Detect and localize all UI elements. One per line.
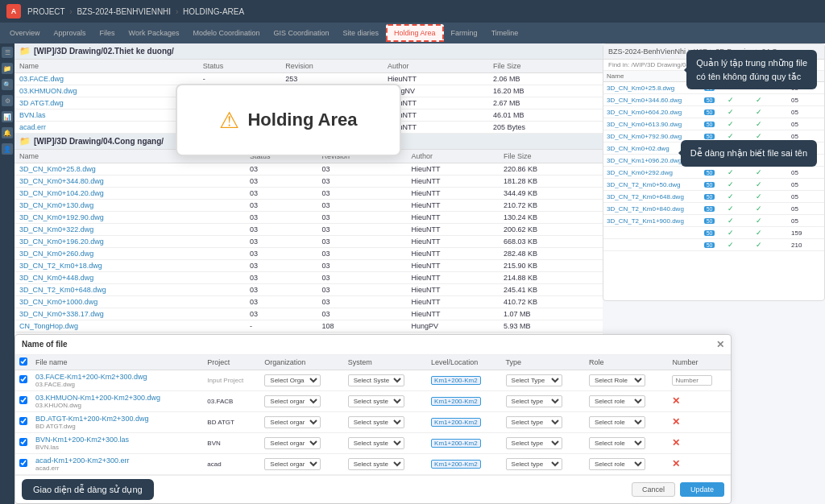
folder2-table: Name Status Revision Author File Size 3D…: [15, 150, 603, 345]
tab-files[interactable]: Files: [93, 24, 122, 42]
file-link[interactable]: 3D ATGT.dwg: [19, 99, 64, 107]
select-all-checkbox[interactable]: [19, 357, 27, 366]
row4-system-select[interactable]: Select syste: [348, 437, 404, 449]
right-table-row[interactable]: 3D_CN_T2_Km0+50.dwg50✓✓05: [603, 179, 824, 191]
row1-role-select[interactable]: Select Role: [589, 374, 645, 386]
right-table-row[interactable]: 50✓✓159: [603, 227, 824, 239]
tab-modelo[interactable]: Modelo Coordination: [186, 24, 266, 42]
col-revision: Revision: [280, 60, 383, 73]
table-row[interactable]: 3D_CN_Km0+322.dwg0303HieuNTT200.62 KB: [15, 224, 603, 236]
table-row[interactable]: 3D_CN_T2_Km0+18.dwg0303HieuNTT215.90 KB: [15, 260, 603, 272]
tab-holding-area[interactable]: Holding Area: [386, 24, 444, 42]
row5-type-select[interactable]: Select type: [506, 458, 562, 470]
file-link[interactable]: acad.err: [19, 123, 46, 131]
table-row[interactable]: 3D_CN_Km0+338.17.dwg0303HieuNTT1.07 MB: [15, 308, 603, 320]
file-link[interactable]: BVN.las: [19, 111, 46, 119]
sidebar-user-icon[interactable]: 👤: [2, 143, 13, 155]
row2-type-select[interactable]: Select type: [506, 395, 562, 407]
row2-filename-wrong[interactable]: 03.KHMUON-Km1+200-Km2+300.dwg: [35, 394, 199, 402]
row3-filename-wrong[interactable]: BD.ATGT-Km1+200-Km2+300.dwg: [35, 415, 199, 423]
table-row[interactable]: 3D_CN_Km0+344.80.dwg0303HieuNTT181.28 KB: [15, 176, 603, 188]
sidebar-folder-icon[interactable]: 📁: [2, 63, 13, 74]
tab-site-diaries[interactable]: Site diaries: [337, 24, 386, 42]
row1-type-select[interactable]: Select Type: [506, 374, 562, 386]
table-row[interactable]: 3D_CN_Km0+104.20.dwg0303HieuNTT344.49 KB: [15, 188, 603, 200]
right-table-row[interactable]: 3D_CN_T2_Km0+840.dwg50✓✓05: [603, 203, 824, 215]
col-organization: Organization: [260, 355, 343, 370]
update-button[interactable]: Update: [680, 482, 724, 497]
row3-org-select[interactable]: Select orgar: [264, 416, 321, 428]
file-link[interactable]: 03.FACE.dwg: [19, 75, 64, 83]
row2-org-select[interactable]: Select orgar: [264, 395, 321, 407]
row1-org-select[interactable]: Select Orga: [264, 374, 321, 386]
row1-filename-wrong[interactable]: 03.FACE-Km1+200-Km2+300.dwg: [35, 373, 199, 381]
row5-system-select[interactable]: Select syste: [348, 458, 404, 470]
dialog-row-1[interactable]: 03.FACE-Km1+200-Km2+300.dwg 03.FACE.dwg …: [15, 370, 731, 390]
row5-filename-wrong[interactable]: acad-Km1+200-Km2+300.err: [35, 456, 199, 465]
right-table-row[interactable]: 3D_CN_T2_Km1+900.dwg50✓✓05: [603, 215, 824, 227]
row3-system-select[interactable]: Select syste: [348, 416, 404, 428]
sidebar-gear-icon[interactable]: ⚙: [2, 95, 13, 106]
table-row[interactable]: 3D_CN_Km0+1000.dwg0303HieuNTT410.72 KB: [15, 296, 603, 308]
sidebar-chart-icon[interactable]: 📊: [2, 111, 13, 122]
row3-role-select[interactable]: Select role: [589, 416, 645, 428]
right-table-row[interactable]: 3D_CN_T2_Km0+648.dwg50✓✓05: [603, 191, 824, 203]
tab-farming[interactable]: Farming: [445, 24, 484, 42]
table-row[interactable]: 3D_CN_Km0+260.dwg0303HieuNTT282.48 KB: [15, 248, 603, 260]
tab-approvals[interactable]: Approvals: [48, 24, 93, 42]
row5-role-select[interactable]: Select role: [589, 458, 645, 470]
name-of-file-dialog: Name of file ✕ File name Project Organiz…: [15, 334, 732, 505]
col-project: Project: [203, 355, 260, 370]
right-table-row[interactable]: 50✓✓210: [603, 239, 824, 251]
table-row[interactable]: 3D_CN_Km0+196.20.dwg0303HieuNTT668.03 KB: [15, 236, 603, 248]
table-row[interactable]: 3D_CN_T2_Km0+648.dwg0303HieuNTT245.41 KB: [15, 284, 603, 296]
file-link[interactable]: 03.KHMUON.dwg: [19, 87, 77, 95]
right-table-row[interactable]: 3D_CN_Km0+292.dwg50✓✓05: [603, 167, 824, 179]
sidebar-search-icon[interactable]: 🔍: [2, 79, 13, 90]
row2-checkbox[interactable]: [19, 396, 27, 404]
table-row[interactable]: 3D_CN_Km0+448.dwg0303HieuNTT214.88 KB: [15, 272, 603, 284]
sidebar-bell-icon[interactable]: 🔔: [2, 127, 13, 138]
col-number: Number: [668, 355, 731, 370]
cancel-button[interactable]: Cancel: [632, 482, 675, 497]
tab-gis[interactable]: GIS Coordination: [267, 24, 335, 42]
dialog-close-button[interactable]: ✕: [716, 339, 724, 350]
row2-system-select[interactable]: Select syste: [348, 395, 404, 407]
table-row[interactable]: 3D_CN_Km0+130.dwg0303HieuNTT210.72 KB: [15, 200, 603, 212]
table-row[interactable]: 3D_CN_Km0+25.8.dwg0303HieuNTT220.86 KB: [15, 163, 603, 176]
dialog-row-2[interactable]: 03.KHMUON-Km1+200-Km2+300.dwg 03.KHUON.d…: [15, 390, 731, 411]
tab-work-packages[interactable]: Work Packages: [122, 24, 186, 42]
row5-org-select[interactable]: Select orgar: [264, 458, 321, 470]
row5-checkbox[interactable]: [19, 459, 27, 467]
col-name: Name: [15, 60, 198, 73]
row3-checkbox[interactable]: [19, 417, 27, 425]
right-table-row[interactable]: 3D_CN_Km0+344.60.dwg50✓✓05: [603, 94, 824, 106]
col-type: Type: [502, 355, 585, 370]
row1-number-input[interactable]: [672, 375, 712, 386]
row4-org-select[interactable]: Select orgar: [264, 437, 321, 449]
folder-icon-2: 📁: [19, 136, 31, 147]
row1-checkbox[interactable]: [19, 375, 27, 383]
dialog-header: Name of file ✕: [15, 335, 731, 355]
row4-filename-wrong[interactable]: BVN-Km1+200-Km2+300.las: [35, 436, 199, 444]
row4-error-icon: ✕: [672, 437, 680, 448]
second-nav: Overview Approvals Files Work Packages M…: [0, 23, 825, 43]
dialog-row-5[interactable]: acad-Km1+200-Km2+300.err acad.err acad S…: [15, 453, 731, 474]
row1-system-select[interactable]: Select Syste: [348, 374, 404, 386]
folder-row-1[interactable]: 📁 [WIP]/3D Drawing/02.Thiet ke duong/: [15, 43, 603, 60]
row2-role-select[interactable]: Select role: [589, 395, 645, 407]
table-row[interactable]: 3D_CN_Km0+192.90.dwg0303HieuNTT130.24 KB: [15, 212, 603, 224]
sidebar-menu-icon[interactable]: ☰: [2, 47, 13, 58]
right-table-row[interactable]: 3D_CN_Km0+613.90.dwg50✓✓05: [603, 118, 824, 130]
tab-timeline[interactable]: Timeline: [485, 24, 525, 42]
row4-checkbox[interactable]: [19, 438, 27, 446]
dialog-row-3[interactable]: BD.ATGT-Km1+200-Km2+300.dwg BD ATGT.dwg …: [15, 411, 731, 432]
table-row[interactable]: CN_TongHop.dwg-108HungPV5.93 MB: [15, 320, 603, 333]
row4-type-select[interactable]: Select type: [506, 437, 562, 449]
dialog-row-4[interactable]: BVN-Km1+200-Km2+300.las BVN.las BVN Sele…: [15, 432, 731, 453]
row4-role-select[interactable]: Select role: [589, 437, 645, 449]
right-table-row[interactable]: 3D_CN_Km0+604.20.dwg50✓✓05: [603, 106, 824, 118]
tooltip-manage-text: Quản lý tập trung những filecó tên không…: [696, 58, 807, 81]
tab-overview[interactable]: Overview: [3, 24, 47, 42]
row3-type-select[interactable]: Select type: [506, 416, 562, 428]
